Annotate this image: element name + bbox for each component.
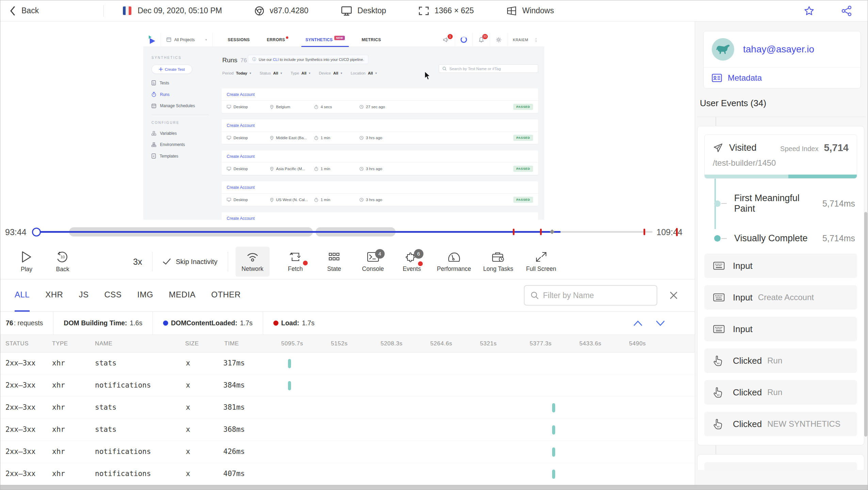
france-flag-icon [123,6,131,15]
events-panel-button[interactable]: 6 Events [395,251,429,273]
network-summary-bar: 76: requests DOM Building Time:1.6s DOMC… [0,312,695,335]
user-card: tahay@asayer.io Metadata [703,31,861,88]
sidebar-scrollbar[interactable] [864,212,867,437]
network-panel-button[interactable]: Network [236,247,270,277]
close-panel-button[interactable] [669,291,678,300]
name-filter-input[interactable] [543,291,650,300]
request-status: 2xx–3xx [5,381,36,389]
skip-inactivity-toggle[interactable]: Skip Inactivity [163,258,217,266]
request-status: 2xx–3xx [5,470,36,478]
event-marker[interactable] [644,229,645,235]
tab-js[interactable]: JS [79,279,89,312]
event-marker[interactable] [513,229,515,235]
back-button[interactable]: Back [9,6,39,16]
favorite-star-icon[interactable] [804,5,815,16]
request-status: 2xx–3xx [5,359,36,367]
visited-event-card[interactable]: Visited Speed Index 5,714 /test-builder/… [704,134,857,179]
request-time: 407ms [223,470,245,478]
playhead[interactable] [32,228,41,236]
skip-marker [549,229,554,234]
request-row[interactable]: 2xx–3xx xhr notifications x 426ms [0,441,695,463]
event-action: Clicked [733,356,762,366]
request-type: xhr [52,447,65,456]
back-10-icon: 10 [56,251,69,263]
fullscreen-button[interactable]: Full Screen [522,251,560,273]
run-ago: 3 hrs ago [366,136,382,140]
request-row[interactable]: 2xx–3xx xhr stats x 317ms [0,353,695,375]
request-row[interactable]: 2xx–3xx xhr stats x 381ms [0,397,695,419]
back-10s-button[interactable]: 10 Back [51,251,75,273]
calendar-icon [151,103,156,108]
event-marker[interactable] [540,229,542,235]
user-event-item[interactable]: Input [704,317,857,341]
event-action: Input [733,292,753,303]
clipboard-icon [151,80,156,85]
cli-banner: ⓘ Use our CLI to include your Synthetics… [248,55,368,64]
request-row[interactable]: 2xx–3xx xhr notifications x 384ms [0,375,695,397]
player-column: All Projects ▾ SESSIONS ERRORS SYNTHETIC… [0,21,695,486]
event-action: Input [733,324,753,334]
replay-viewport: All Projects ▾ SESSIONS ERRORS SYNTHETIC… [0,21,695,220]
user-event-item[interactable]: Clicked Run [704,380,857,405]
request-size: x [186,470,190,478]
run-device: Desktop [234,198,248,202]
user-event-item[interactable]: Input [704,254,857,278]
wifi-icon [246,251,259,263]
close-icon [669,291,678,300]
user-email-link[interactable]: tahay@asayer.io [743,44,814,55]
chevron-down-icon: ▾ [205,38,207,42]
event-connector-line [716,117,716,126]
jump-previous-button[interactable] [633,320,643,327]
announcements-button: 1 [437,33,455,47]
user-event-item[interactable]: Input Create Account [704,285,857,310]
state-panel-button[interactable]: State [317,251,351,273]
event-connector-line [697,117,866,117]
request-name: stats [95,403,116,411]
animal-avatar-icon [716,43,730,55]
share-icon[interactable] [841,5,852,16]
tab-img[interactable]: IMG [137,279,153,312]
dcl-marker-dot [163,321,168,326]
tab-css[interactable]: CSS [104,279,122,312]
play-button[interactable]: Play [15,251,38,273]
horizontal-scrollbar[interactable] [0,485,868,490]
user-event-item[interactable]: Clicked Run [704,348,857,373]
long-tasks-panel-button[interactable]: Long Tasks [479,251,517,273]
run-test-name: Create Account [227,92,255,97]
tab-other[interactable]: OTHER [211,279,241,312]
performance-panel-button[interactable]: Performance [434,251,475,273]
fetch-panel-button[interactable]: Fetch [278,251,312,273]
event-action: Clicked [733,387,762,398]
name-filter-field[interactable] [524,285,657,306]
jump-next-button[interactable] [655,320,665,327]
tab-xhr[interactable]: XHR [45,279,63,312]
run-location: Belgium [276,105,290,109]
new-badge: NEW [334,36,344,40]
browser-version: v87.0.4280 [270,6,308,15]
timeline-track[interactable] [36,220,653,244]
user-event-item[interactable]: Clicked NEW SYNTHETICS [704,412,857,436]
tab-all[interactable]: ALL [15,279,30,312]
request-row[interactable]: 2xx–3xx xhr notifications x 407ms [0,463,695,485]
request-row[interactable]: 2xx–3xx xhr stats x 368ms [0,419,695,441]
loading-indicator [455,33,472,47]
metadata-button[interactable]: Metadata [704,68,861,88]
monitor-icon [227,198,231,202]
replayed-app-navbar: All Projects ▾ SESSIONS ERRORS SYNTHETIC… [143,33,544,47]
run-ago: 27 sec ago [366,105,385,109]
request-size: x [186,447,190,456]
console-panel-button[interactable]: 4 Console [356,251,390,273]
events-group-card: Visited Speed Index 5,714 /test-builder/… [697,126,864,445]
device-type: Desktop [357,6,386,15]
request-size: x [186,425,190,434]
session-info-sidebar: tahay@asayer.io Metadata User Events (34… [695,21,868,486]
request-name: stats [95,359,116,367]
divider [228,252,228,272]
asayer-logo-icon [147,35,157,44]
cubes-icon [151,131,156,136]
dom-content-loaded: DOMContentLoaded:1.7s [152,312,263,335]
request-type: xhr [52,359,65,367]
tab-media[interactable]: MEDIA [169,279,196,312]
speed-toggle[interactable]: 3x [133,257,142,267]
projects-icon [166,37,171,42]
